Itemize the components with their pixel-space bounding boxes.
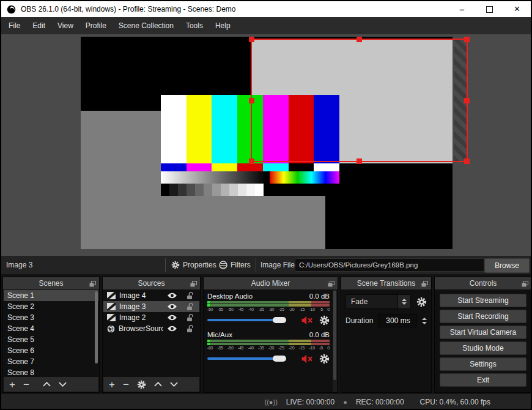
- resize-handle[interactable]: [249, 98, 254, 103]
- resize-handle[interactable]: [357, 158, 362, 164]
- scenes-panel: Scenes Scene 1Scene 2Scene 3Scene 4Scene…: [2, 277, 100, 393]
- channel-volume-db: 0.0 dB: [309, 293, 330, 300]
- source-properties-button[interactable]: [137, 380, 146, 389]
- audio-mixer-body: Desktop Audio 0.0 dB -60-55-50-45-40-35-…: [204, 290, 337, 392]
- menu-item-file[interactable]: File: [2, 17, 26, 34]
- volume-slider-handle[interactable]: [273, 317, 286, 323]
- exit-button[interactable]: Exit: [440, 373, 526, 387]
- mixer-channel-desktop-audio: Desktop Audio 0.0 dB -60-55-50-45-40-35-…: [207, 293, 330, 326]
- color-bar: [187, 163, 212, 171]
- scenes-scrollbar[interactable]: [95, 291, 98, 363]
- scenes-panel-header[interactable]: Scenes: [3, 277, 99, 289]
- volume-slider-handle[interactable]: [273, 356, 286, 362]
- visibility-eye-icon[interactable]: [167, 326, 177, 332]
- scene-row-scene-7[interactable]: Scene 7: [4, 356, 98, 367]
- filters-button[interactable]: Filters: [219, 261, 251, 269]
- transitions-panel-header[interactable]: Scene Transitions: [341, 277, 431, 289]
- scene-row-scene-6[interactable]: Scene 6: [4, 345, 98, 356]
- scene-row-scene-8[interactable]: Scene 8: [4, 367, 98, 377]
- title-bar: OBS 26.1.0 (64-bit, windows) - Profile: …: [1, 1, 531, 17]
- sources-list: Image 4 Image 3 Image 2 BrowserSource: [103, 290, 199, 377]
- volume-slider[interactable]: [207, 317, 295, 323]
- start-virtual-camera-button[interactable]: Start Virtual Camera: [440, 326, 526, 339]
- mute-speaker-icon[interactable]: [301, 354, 314, 363]
- resize-handle[interactable]: [249, 158, 254, 164]
- scene-row-scene-3[interactable]: Scene 3: [4, 312, 98, 323]
- settings-button[interactable]: Settings: [440, 357, 526, 371]
- lock-icon[interactable]: [187, 303, 194, 311]
- properties-button[interactable]: Properties: [171, 261, 216, 269]
- move-scene-down-button[interactable]: [59, 382, 67, 387]
- lock-icon[interactable]: [187, 325, 194, 333]
- source-row-image-2[interactable]: Image 2: [103, 312, 199, 323]
- scene-row-scene-4[interactable]: Scene 4: [4, 323, 98, 334]
- mixer-scrollbar[interactable]: [333, 290, 337, 392]
- add-source-button[interactable]: +: [109, 379, 115, 390]
- menu-item-edit[interactable]: Edit: [26, 17, 51, 34]
- remove-source-button[interactable]: −: [123, 379, 129, 390]
- rec-time: REC: 00:00:00: [356, 398, 404, 406]
- add-scene-button[interactable]: +: [9, 379, 15, 390]
- menu-item-view[interactable]: View: [51, 17, 79, 34]
- resize-handle[interactable]: [249, 37, 254, 42]
- remove-scene-button[interactable]: −: [23, 379, 29, 390]
- source-row-image-3[interactable]: Image 3: [103, 301, 199, 312]
- rec-dot-icon: ●: [343, 398, 347, 406]
- start-streaming-button[interactable]: Start Streaming: [440, 294, 526, 307]
- smpte-sub-bars: [161, 163, 339, 171]
- dock-popout-icon[interactable]: [522, 280, 528, 289]
- audio-mixer-panel-header[interactable]: Audio Mixer: [204, 277, 338, 289]
- dock-popout-icon[interactable]: [421, 280, 428, 289]
- mute-speaker-icon[interactable]: [301, 316, 314, 325]
- scene-row-scene-2[interactable]: Scene 2: [4, 301, 98, 312]
- broadcast-icon: ((●)): [265, 398, 278, 406]
- channel-settings-gear-icon[interactable]: [319, 315, 330, 326]
- resize-handle[interactable]: [464, 37, 470, 42]
- scene-row-scene-5[interactable]: Scene 5: [4, 334, 98, 345]
- duration-increase-button[interactable]: [422, 318, 427, 320]
- lock-icon[interactable]: [187, 314, 194, 322]
- duration-decrease-button[interactable]: [422, 322, 427, 324]
- source-row-image-4[interactable]: Image 4: [103, 290, 199, 301]
- move-source-up-button[interactable]: [154, 382, 162, 387]
- dock-popout-icon[interactable]: [328, 280, 334, 289]
- dock-area: Scenes Scene 1Scene 2Scene 3Scene 4Scene…: [1, 274, 531, 394]
- volume-meter: [207, 301, 330, 304]
- channel-settings-gear-icon[interactable]: [319, 354, 330, 364]
- resize-handle[interactable]: [357, 37, 362, 42]
- transition-properties-button[interactable]: [416, 297, 427, 307]
- studio-mode-button[interactable]: Studio Mode: [440, 341, 526, 355]
- move-source-down-button[interactable]: [170, 382, 178, 387]
- dock-popout-icon[interactable]: [190, 280, 197, 289]
- browse-button[interactable]: Browse: [484, 258, 530, 273]
- duration-input[interactable]: 300 ms: [378, 314, 417, 327]
- controls-panel-header[interactable]: Controls: [435, 277, 531, 289]
- visibility-eye-icon[interactable]: [167, 315, 177, 321]
- close-button[interactable]: ×: [503, 1, 531, 17]
- menu-item-scene-collection[interactable]: Scene Collection: [113, 17, 180, 34]
- lock-icon[interactable]: [187, 292, 194, 300]
- resize-handle[interactable]: [464, 98, 470, 103]
- transition-select[interactable]: Fade: [345, 294, 411, 309]
- source-row-browsersource[interactable]: BrowserSource: [103, 323, 199, 334]
- menu-item-profile[interactable]: Profile: [79, 17, 113, 34]
- move-scene-up-button[interactable]: [43, 382, 51, 387]
- volume-meter: [207, 343, 330, 345]
- scene-row-scene-1[interactable]: Scene 1: [4, 290, 98, 301]
- minimize-button[interactable]: −: [448, 1, 476, 17]
- image-file-input[interactable]: [295, 258, 484, 272]
- preview-area[interactable]: [1, 34, 531, 256]
- visibility-eye-icon[interactable]: [167, 293, 177, 299]
- maximize-button[interactable]: [476, 1, 503, 17]
- volume-slider[interactable]: [207, 356, 295, 362]
- source-toolbar: Image 3 Properties Filters Image File Br…: [1, 256, 531, 274]
- sources-panel-header[interactable]: Sources: [103, 277, 200, 289]
- dock-popout-icon[interactable]: [89, 280, 96, 289]
- menu-item-tools[interactable]: Tools: [180, 17, 209, 34]
- visibility-eye-icon[interactable]: [167, 304, 177, 310]
- resize-handle[interactable]: [464, 158, 470, 164]
- start-recording-button[interactable]: Start Recording: [440, 310, 526, 323]
- selection-bounding-box[interactable]: [251, 39, 468, 162]
- menu-item-help[interactable]: Help: [209, 17, 237, 34]
- gradient-row: [161, 171, 339, 184]
